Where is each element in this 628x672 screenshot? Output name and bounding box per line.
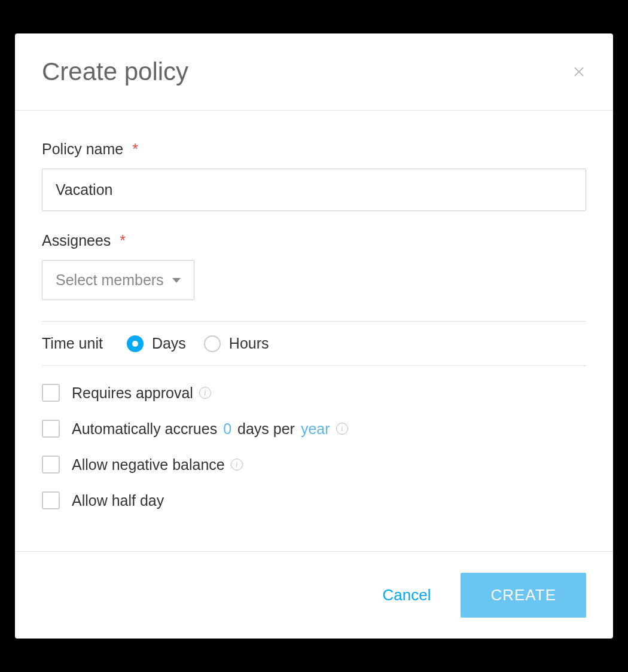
info-icon[interactable]: i	[199, 387, 211, 399]
auto-accrues-label: Automatically accrues 0 days per year i	[72, 420, 348, 438]
modal-header: Create policy	[15, 33, 613, 111]
radio-unselected-icon	[204, 335, 221, 352]
modal-title: Create policy	[42, 57, 188, 86]
close-icon[interactable]	[572, 65, 586, 79]
policy-name-input[interactable]	[42, 169, 586, 211]
negative-balance-text: Allow negative balance	[72, 456, 225, 474]
assignees-dropdown[interactable]: Select members	[42, 260, 194, 300]
time-unit-days-option[interactable]: Days	[127, 335, 186, 352]
chevron-down-icon	[172, 278, 181, 283]
radio-selected-icon	[127, 335, 144, 352]
time-unit-hours-option[interactable]: Hours	[204, 335, 269, 352]
auto-accrues-prefix: Automatically accrues	[72, 420, 217, 438]
requires-approval-label: Requires approval i	[72, 384, 211, 402]
assignees-placeholder: Select members	[56, 271, 164, 289]
auto-accrues-row: Automatically accrues 0 days per year i	[42, 420, 586, 438]
assignees-label-text: Assignees	[42, 232, 111, 249]
required-indicator: *	[120, 232, 126, 249]
modal-footer: Cancel CREATE	[15, 551, 613, 639]
negative-balance-label: Allow negative balance i	[72, 456, 243, 474]
requires-approval-row: Requires approval i	[42, 384, 586, 402]
auto-accrues-checkbox[interactable]	[42, 420, 60, 438]
requires-approval-text: Requires approval	[72, 384, 193, 402]
time-unit-days-label: Days	[152, 335, 186, 352]
negative-balance-checkbox[interactable]	[42, 456, 60, 474]
options-list: Requires approval i Automatically accrue…	[42, 384, 586, 509]
modal-body: Policy name * Assignees * Select members…	[15, 111, 613, 551]
cancel-button[interactable]: Cancel	[383, 586, 431, 604]
auto-accrues-value[interactable]: 0	[223, 420, 231, 438]
required-indicator: *	[132, 140, 138, 157]
create-policy-modal: Create policy Policy name * Assignees * …	[15, 33, 613, 639]
time-unit-hours-label: Hours	[229, 335, 269, 352]
auto-accrues-period[interactable]: year	[301, 420, 330, 438]
auto-accrues-mid: days per	[237, 420, 295, 438]
assignees-group: Assignees * Select members	[42, 232, 586, 300]
half-day-row: Allow half day	[42, 491, 586, 509]
policy-name-label-text: Policy name	[42, 140, 123, 157]
negative-balance-row: Allow negative balance i	[42, 456, 586, 474]
half-day-checkbox[interactable]	[42, 491, 60, 509]
create-button[interactable]: CREATE	[461, 573, 586, 618]
requires-approval-checkbox[interactable]	[42, 384, 60, 402]
half-day-label: Allow half day	[72, 492, 164, 509]
info-icon[interactable]: i	[231, 459, 243, 471]
assignees-label: Assignees *	[42, 232, 586, 249]
policy-name-group: Policy name *	[42, 140, 586, 211]
half-day-text: Allow half day	[72, 492, 164, 509]
policy-name-label: Policy name *	[42, 140, 586, 158]
time-unit-label: Time unit	[42, 335, 103, 352]
time-unit-row: Time unit Days Hours	[42, 321, 586, 366]
info-icon[interactable]: i	[336, 423, 348, 435]
